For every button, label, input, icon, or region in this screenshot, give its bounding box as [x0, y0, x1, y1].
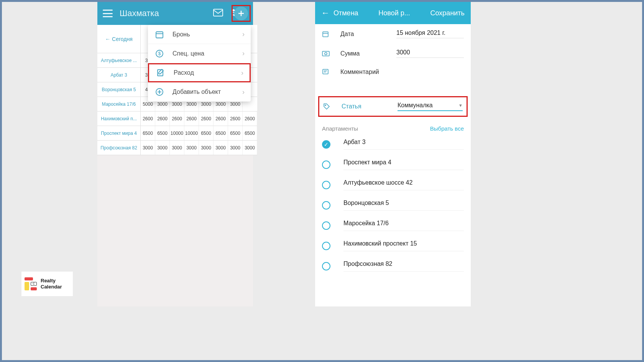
- price-cell[interactable]: 6500: [199, 126, 214, 140]
- toolbar-right: ← Отмена Новой р... Сохранить: [315, 2, 471, 24]
- svg-point-20: [325, 52, 327, 55]
- price-cell[interactable]: 2600: [243, 111, 257, 126]
- logo-icon: C: [25, 277, 38, 290]
- price-cell[interactable]: 3000: [141, 141, 155, 155]
- property-cell[interactable]: Нахимовский п...: [97, 111, 141, 126]
- apartment-radio[interactable]: [322, 181, 330, 189]
- dollar-icon: $: [154, 48, 165, 59]
- price-cell[interactable]: 2600: [155, 111, 170, 126]
- apartment-name: Проспект мира 4: [343, 159, 464, 170]
- toolbar-title: Шахматка: [120, 8, 213, 18]
- mail-icon[interactable]: [213, 9, 223, 18]
- popup-item-dollar[interactable]: $Спец. цена›: [148, 44, 251, 63]
- price-cell[interactable]: 2600: [228, 111, 243, 126]
- apartments-header: Апартаменты Выбрать все: [315, 120, 471, 134]
- property-cell[interactable]: Маросейка 17/6: [97, 97, 141, 111]
- popup-item-plus[interactable]: Добавить объект›: [148, 82, 251, 102]
- apartment-name: Маросейка 17/6: [343, 220, 464, 231]
- realty-calendar-logo: C Realty Calendar: [21, 272, 73, 296]
- today-button[interactable]: ← Сегодня: [97, 25, 141, 53]
- price-cell[interactable]: 6500: [155, 126, 170, 140]
- apartment-name: Алтуфьевское шоссе 42: [343, 179, 464, 190]
- apartment-row[interactable]: Алтуфьевское шоссе 42: [315, 175, 471, 195]
- add-popup: Бронь›$Спец. цена›Расход›Добавить объект…: [148, 25, 251, 102]
- comment-icon: [322, 69, 331, 75]
- price-cell[interactable]: 10000: [184, 126, 199, 140]
- property-cell[interactable]: Проспект мира 4: [97, 126, 141, 141]
- apartment-row[interactable]: Проспект мира 4: [315, 154, 471, 175]
- apartment-radio[interactable]: [322, 201, 330, 210]
- calendar-icon: [154, 29, 165, 40]
- apartment-radio[interactable]: [322, 161, 330, 169]
- apartment-radio[interactable]: [322, 221, 330, 230]
- price-cell[interactable]: 6500: [243, 126, 257, 140]
- price-cell[interactable]: 3000: [214, 141, 228, 155]
- price-cell[interactable]: 6500: [214, 126, 228, 140]
- svg-rect-19: [322, 51, 329, 56]
- menu-icon[interactable]: [103, 10, 113, 17]
- toolbar-left: Шахматка: [97, 2, 253, 25]
- svg-rect-9: [156, 32, 163, 38]
- apartment-row[interactable]: Профсоюзная 82: [315, 256, 471, 276]
- form-title: Новой р...: [358, 9, 430, 17]
- chevron-right-icon: ›: [242, 49, 245, 57]
- money-icon: [322, 51, 331, 56]
- apartment-row[interactable]: Воронцовская 5: [315, 195, 471, 215]
- price-cell[interactable]: 6500: [141, 126, 155, 140]
- price-cell[interactable]: 10000: [170, 126, 184, 140]
- price-cell[interactable]: 2600: [199, 111, 214, 126]
- apartment-name: Профсоюзная 82: [343, 260, 464, 272]
- tag-icon: [323, 103, 332, 110]
- chevron-right-icon: ›: [241, 69, 243, 77]
- popup-item-edit[interactable]: Расход›: [148, 63, 251, 82]
- price-row: 6500650010000100006500650065006500: [141, 126, 257, 141]
- apartment-name: Арбат 3: [343, 139, 464, 150]
- price-cell[interactable]: 2600: [214, 111, 228, 126]
- save-button[interactable]: Сохранить: [430, 9, 465, 17]
- property-cell[interactable]: Профсоюзная 82: [97, 141, 141, 155]
- popup-item-calendar[interactable]: Бронь›: [148, 25, 251, 44]
- apartment-row[interactable]: Нахимовский проспект 15: [315, 236, 471, 256]
- price-cell[interactable]: 2600: [170, 111, 184, 126]
- cancel-button[interactable]: ← Отмена: [321, 8, 358, 18]
- category-select[interactable]: Коммуналка ▼: [398, 102, 463, 111]
- chevron-down-icon: ▼: [458, 103, 463, 108]
- price-cell[interactable]: 3000: [184, 141, 199, 155]
- chevron-right-icon: ›: [242, 30, 245, 38]
- svg-rect-17: [323, 32, 328, 37]
- sum-value: 3000: [396, 49, 464, 58]
- add-button[interactable]: [234, 7, 248, 20]
- apartment-radio[interactable]: [322, 262, 330, 270]
- property-cell[interactable]: Арбат 3: [97, 68, 141, 82]
- property-cell[interactable]: Воронцовская 5: [97, 82, 141, 97]
- price-cell[interactable]: 2600: [141, 111, 155, 126]
- select-all-button[interactable]: Выбрать все: [430, 125, 464, 132]
- apartment-row[interactable]: Маросейка 17/6: [315, 215, 471, 236]
- price-cell[interactable]: 3000: [199, 141, 214, 155]
- property-cell[interactable]: Алтуфьевское ...: [97, 53, 141, 68]
- price-cell[interactable]: 2600: [184, 111, 199, 126]
- plus-icon: [154, 87, 165, 97]
- category-row[interactable]: Статья Коммуналка ▼: [318, 96, 468, 117]
- apartment-radio[interactable]: ✓: [322, 140, 330, 149]
- phone-right: ← Отмена Новой р... Сохранить Дата 15 но…: [315, 2, 471, 306]
- apartment-row[interactable]: ✓Арбат 3: [315, 134, 471, 154]
- comment-row[interactable]: Комментарий: [315, 63, 471, 81]
- price-cell[interactable]: 3000: [228, 141, 243, 155]
- apartment-radio[interactable]: [322, 242, 330, 250]
- sum-row[interactable]: Сумма 3000: [315, 44, 471, 63]
- date-row[interactable]: Дата 15 ноября 2021 г.: [315, 24, 471, 44]
- price-row: 30003000300030003000300030003000: [141, 141, 257, 155]
- price-cell[interactable]: 3000: [170, 141, 184, 155]
- apartment-name: Воронцовская 5: [343, 200, 464, 211]
- add-button-highlight: [232, 5, 251, 22]
- price-cell[interactable]: 3000: [155, 141, 170, 155]
- back-arrow-icon: ←: [321, 8, 330, 18]
- svg-rect-21: [323, 69, 328, 74]
- price-row: 26002600260026002600260026002600: [141, 111, 257, 126]
- price-cell[interactable]: 6500: [228, 126, 243, 140]
- price-cell[interactable]: 3000: [243, 141, 257, 155]
- svg-rect-0: [214, 9, 223, 16]
- chevron-right-icon: ›: [242, 88, 245, 96]
- calendar-icon: [322, 31, 331, 38]
